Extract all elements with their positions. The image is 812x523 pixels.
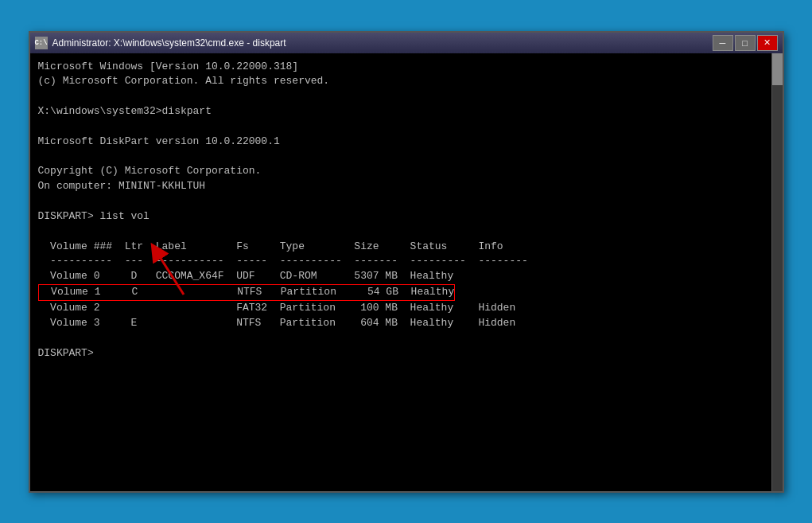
close-button[interactable]: ✕ xyxy=(757,35,778,51)
title-bar: C:\ Administrator: X:\windows\system32\c… xyxy=(30,33,783,53)
scrollbar-thumb[interactable] xyxy=(772,53,783,85)
scrollbar[interactable] xyxy=(771,53,783,491)
title-bar-text: Administrator: X:\windows\system32\cmd.e… xyxy=(52,37,713,49)
cmd-window: C:\ Administrator: X:\windows\system32\c… xyxy=(29,31,784,493)
terminal-output: Microsoft Windows [Version 10.0.22000.31… xyxy=(38,60,775,361)
terminal-area[interactable]: Microsoft Windows [Version 10.0.22000.31… xyxy=(30,53,783,491)
maximize-button[interactable]: □ xyxy=(735,35,756,51)
highlighted-row: Volume 1 C NTFS Partition 54 GB Healthy xyxy=(38,284,456,301)
title-bar-icon: C:\ xyxy=(35,37,48,49)
minimize-button[interactable]: ─ xyxy=(713,35,733,51)
title-bar-buttons: ─ □ ✕ xyxy=(713,35,778,51)
